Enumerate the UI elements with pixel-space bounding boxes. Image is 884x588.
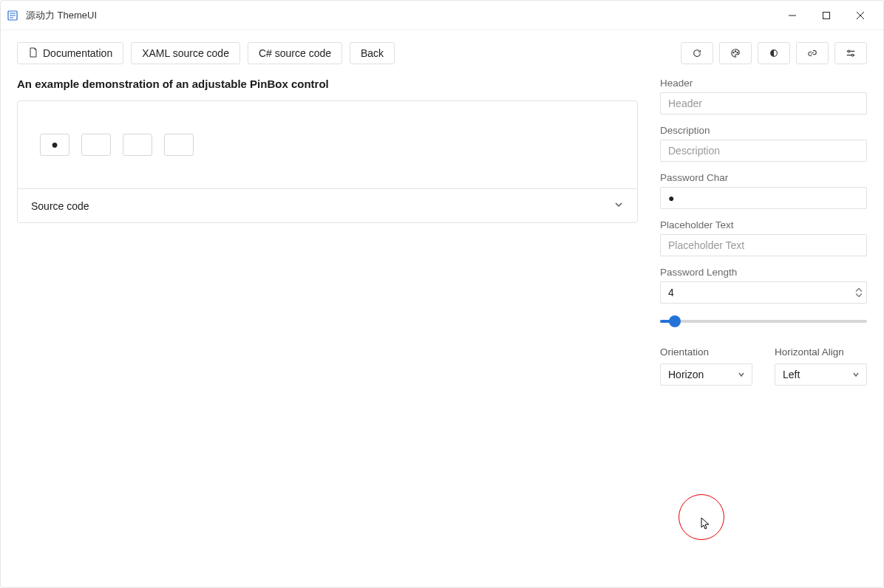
maximize-button[interactable]	[809, 4, 843, 27]
documentation-label: Documentation	[43, 47, 112, 59]
body-row: An example demonstration of an adjustabl…	[17, 78, 867, 578]
orientation-label: Orientation	[660, 346, 752, 358]
horizontal-align-label: Horizontal Align	[775, 346, 867, 358]
close-button[interactable]	[843, 4, 877, 27]
placeholder-text-input[interactable]	[660, 234, 867, 256]
palette-button[interactable]	[719, 42, 752, 64]
password-length-slider[interactable]	[660, 314, 867, 329]
settings-button[interactable]	[834, 42, 867, 64]
password-length-label: Password Length	[660, 267, 867, 278]
example-card: ● Source code	[17, 100, 638, 223]
window-title: 源动力 ThemeUI	[26, 9, 97, 22]
toolbar: Documentation XAML source code C# source…	[17, 42, 867, 64]
back-button[interactable]: Back	[350, 42, 395, 64]
titlebar: 源动力 ThemeUI	[1, 1, 883, 30]
minimize-button[interactable]	[775, 4, 809, 27]
header-input[interactable]	[660, 92, 867, 114]
pin-digit-3[interactable]	[123, 134, 152, 156]
xaml-source-label: XAML source code	[142, 47, 229, 59]
theme-toggle-button[interactable]	[758, 42, 790, 64]
orientation-select[interactable]	[660, 363, 752, 386]
horizontal-align-select[interactable]	[775, 363, 867, 386]
svg-point-10	[851, 54, 854, 56]
properties-panel: Header Description Password Char Placeho…	[660, 78, 867, 578]
pin-digit-1[interactable]: ●	[40, 134, 69, 156]
password-char-label: Password Char	[660, 172, 867, 183]
example-heading: An example demonstration of an adjustabl…	[17, 78, 638, 90]
slider-track	[660, 320, 867, 323]
pinbox-control[interactable]: ●	[40, 134, 615, 156]
number-spinner[interactable]	[855, 288, 863, 298]
description-input[interactable]	[660, 140, 867, 162]
placeholder-text-label: Placeholder Text	[660, 219, 867, 230]
csharp-source-label: C# source code	[259, 47, 331, 59]
source-code-expander[interactable]: Source code	[18, 188, 637, 222]
refresh-button[interactable]	[681, 42, 713, 64]
pinbox-demo-area: ●	[18, 101, 637, 188]
back-label: Back	[361, 47, 384, 59]
pin-digit-4[interactable]	[164, 134, 194, 156]
password-char-input[interactable]	[660, 187, 867, 209]
pin-digit-2[interactable]	[81, 134, 111, 156]
chevron-down-icon	[613, 199, 624, 212]
password-length-input[interactable]	[660, 281, 867, 304]
document-icon	[28, 47, 38, 60]
svg-point-6	[735, 51, 735, 52]
app-icon	[7, 10, 18, 21]
svg-rect-2	[823, 12, 830, 18]
slider-thumb[interactable]	[669, 315, 681, 327]
svg-point-5	[733, 52, 734, 52]
csharp-source-button[interactable]: C# source code	[248, 42, 342, 64]
source-code-label: Source code	[31, 200, 89, 212]
right-tools	[681, 42, 867, 64]
header-label: Header	[660, 78, 867, 89]
svg-point-9	[848, 50, 850, 52]
xaml-source-button[interactable]: XAML source code	[131, 42, 240, 64]
content-area: Documentation XAML source code C# source…	[1, 30, 883, 587]
link-button[interactable]	[796, 42, 829, 64]
documentation-button[interactable]: Documentation	[17, 42, 123, 64]
main-column: An example demonstration of an adjustabl…	[17, 78, 638, 578]
svg-point-7	[737, 52, 738, 52]
window: 源动力 ThemeUI Documentation XAML source co…	[0, 0, 884, 588]
description-label: Description	[660, 125, 867, 136]
